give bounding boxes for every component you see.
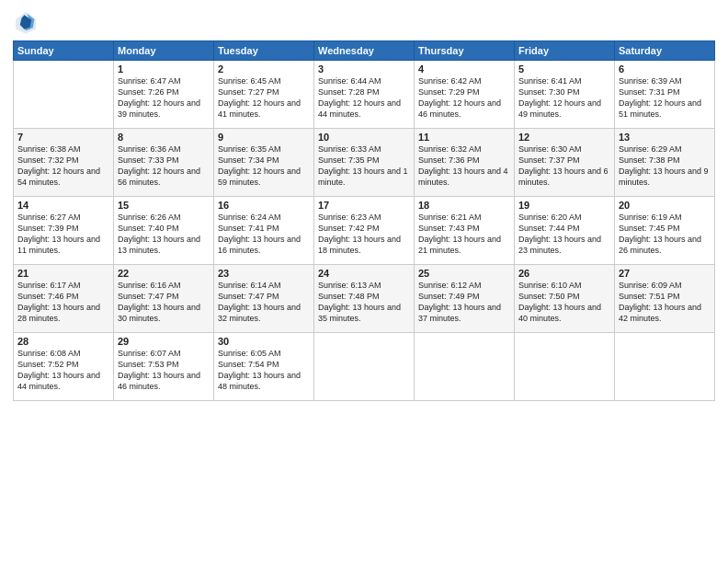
calendar-cell (314, 333, 415, 401)
cell-info: Sunrise: 6:20 AMSunset: 7:44 PMDaylight:… (518, 212, 610, 257)
calendar-cell: 1Sunrise: 6:47 AMSunset: 7:26 PMDaylight… (114, 61, 214, 129)
day-number: 23 (218, 268, 310, 279)
cell-info: Sunrise: 6:44 AMSunset: 7:28 PMDaylight:… (318, 75, 410, 121)
day-number: 14 (17, 200, 109, 211)
calendar-cell: 7Sunrise: 6:38 AMSunset: 7:32 PMDaylight… (14, 129, 114, 197)
cell-info: Sunrise: 6:17 AMSunset: 7:46 PMDaylight:… (17, 280, 109, 325)
cell-info: Sunrise: 6:32 AMSunset: 7:36 PMDaylight:… (418, 144, 510, 189)
calendar-cell: 28Sunrise: 6:08 AMSunset: 7:52 PMDayligh… (14, 333, 114, 401)
calendar-cell: 5Sunrise: 6:41 AMSunset: 7:30 PMDaylight… (515, 61, 615, 129)
day-number: 9 (218, 132, 310, 143)
cell-info: Sunrise: 6:42 AMSunset: 7:29 PMDaylight:… (418, 75, 510, 121)
cell-info: Sunrise: 6:35 AMSunset: 7:34 PMDaylight:… (218, 144, 310, 189)
cell-info: Sunrise: 6:05 AMSunset: 7:54 PMDaylight:… (218, 348, 310, 393)
cell-info: Sunrise: 6:30 AMSunset: 7:37 PMDaylight:… (518, 144, 610, 189)
logo (13, 9, 42, 35)
cell-info: Sunrise: 6:08 AMSunset: 7:52 PMDaylight:… (17, 348, 109, 393)
cell-info: Sunrise: 6:19 AMSunset: 7:45 PMDaylight:… (619, 212, 711, 257)
calendar-cell: 27Sunrise: 6:09 AMSunset: 7:51 PMDayligh… (615, 265, 715, 333)
cell-info: Sunrise: 6:21 AMSunset: 7:43 PMDaylight:… (418, 212, 510, 257)
cell-info: Sunrise: 6:14 AMSunset: 7:47 PMDaylight:… (218, 280, 310, 325)
column-header-friday: Friday (515, 41, 615, 61)
day-number: 7 (17, 132, 109, 143)
calendar-cell: 23Sunrise: 6:14 AMSunset: 7:47 PMDayligh… (214, 265, 314, 333)
calendar-header-row: SundayMondayTuesdayWednesdayThursdayFrid… (14, 41, 715, 61)
calendar-cell: 6Sunrise: 6:39 AMSunset: 7:31 PMDaylight… (615, 61, 715, 129)
cell-info: Sunrise: 6:26 AMSunset: 7:40 PMDaylight:… (118, 212, 210, 257)
calendar-cell: 14Sunrise: 6:27 AMSunset: 7:39 PMDayligh… (14, 197, 114, 265)
column-header-saturday: Saturday (615, 41, 715, 61)
cell-info: Sunrise: 6:12 AMSunset: 7:49 PMDaylight:… (418, 280, 510, 325)
calendar-cell (515, 333, 615, 401)
cell-info: Sunrise: 6:10 AMSunset: 7:50 PMDaylight:… (518, 280, 610, 325)
day-number: 5 (518, 63, 610, 75)
day-number: 11 (418, 132, 510, 143)
logo-icon (13, 9, 39, 35)
day-number: 24 (318, 268, 410, 279)
cell-info: Sunrise: 6:09 AMSunset: 7:51 PMDaylight:… (619, 280, 711, 325)
cell-info: Sunrise: 6:38 AMSunset: 7:32 PMDaylight:… (17, 144, 109, 189)
day-number: 6 (619, 63, 711, 75)
cell-info: Sunrise: 6:47 AMSunset: 7:26 PMDaylight:… (118, 75, 210, 121)
week-row-2: 7Sunrise: 6:38 AMSunset: 7:32 PMDaylight… (14, 129, 715, 197)
week-row-1: 1Sunrise: 6:47 AMSunset: 7:26 PMDaylight… (14, 61, 715, 129)
calendar-cell: 10Sunrise: 6:33 AMSunset: 7:35 PMDayligh… (314, 129, 415, 197)
day-number: 28 (17, 336, 109, 347)
calendar-cell: 29Sunrise: 6:07 AMSunset: 7:53 PMDayligh… (114, 333, 214, 401)
day-number: 12 (518, 132, 610, 143)
cell-info: Sunrise: 6:23 AMSunset: 7:42 PMDaylight:… (318, 212, 410, 257)
day-number: 20 (619, 200, 711, 211)
day-number: 27 (619, 268, 711, 279)
week-row-4: 21Sunrise: 6:17 AMSunset: 7:46 PMDayligh… (14, 265, 715, 333)
day-number: 4 (418, 63, 510, 75)
calendar-cell: 20Sunrise: 6:19 AMSunset: 7:45 PMDayligh… (615, 197, 715, 265)
calendar-table: SundayMondayTuesdayWednesdayThursdayFrid… (13, 40, 715, 401)
day-number: 22 (118, 268, 210, 279)
calendar-cell: 4Sunrise: 6:42 AMSunset: 7:29 PMDaylight… (415, 61, 515, 129)
calendar-cell (415, 333, 515, 401)
day-number: 15 (118, 200, 210, 211)
header (13, 9, 715, 35)
calendar-cell: 24Sunrise: 6:13 AMSunset: 7:48 PMDayligh… (314, 265, 415, 333)
day-number: 13 (619, 132, 711, 143)
calendar-cell: 21Sunrise: 6:17 AMSunset: 7:46 PMDayligh… (14, 265, 114, 333)
week-row-5: 28Sunrise: 6:08 AMSunset: 7:52 PMDayligh… (14, 333, 715, 401)
column-header-tuesday: Tuesday (214, 41, 314, 61)
calendar-cell: 8Sunrise: 6:36 AMSunset: 7:33 PMDaylight… (114, 129, 214, 197)
calendar-cell: 11Sunrise: 6:32 AMSunset: 7:36 PMDayligh… (415, 129, 515, 197)
calendar-cell: 17Sunrise: 6:23 AMSunset: 7:42 PMDayligh… (314, 197, 415, 265)
calendar-cell: 3Sunrise: 6:44 AMSunset: 7:28 PMDaylight… (314, 61, 415, 129)
calendar-cell: 13Sunrise: 6:29 AMSunset: 7:38 PMDayligh… (615, 129, 715, 197)
calendar-cell (615, 333, 715, 401)
day-number: 19 (518, 200, 610, 211)
calendar-cell: 2Sunrise: 6:45 AMSunset: 7:27 PMDaylight… (214, 61, 314, 129)
cell-info: Sunrise: 6:13 AMSunset: 7:48 PMDaylight:… (318, 280, 410, 325)
day-number: 2 (218, 63, 310, 75)
cell-info: Sunrise: 6:27 AMSunset: 7:39 PMDaylight:… (17, 212, 109, 257)
day-number: 10 (318, 132, 410, 143)
cell-info: Sunrise: 6:41 AMSunset: 7:30 PMDaylight:… (518, 75, 610, 121)
day-number: 16 (218, 200, 310, 211)
cell-info: Sunrise: 6:36 AMSunset: 7:33 PMDaylight:… (118, 144, 210, 189)
day-number: 30 (218, 336, 310, 347)
cell-info: Sunrise: 6:07 AMSunset: 7:53 PMDaylight:… (118, 348, 210, 393)
calendar-cell: 30Sunrise: 6:05 AMSunset: 7:54 PMDayligh… (214, 333, 314, 401)
cell-info: Sunrise: 6:16 AMSunset: 7:47 PMDaylight:… (118, 280, 210, 325)
calendar-cell (14, 61, 114, 129)
cell-info: Sunrise: 6:29 AMSunset: 7:38 PMDaylight:… (619, 144, 711, 189)
day-number: 26 (518, 268, 610, 279)
cell-info: Sunrise: 6:33 AMSunset: 7:35 PMDaylight:… (318, 144, 410, 189)
day-number: 3 (318, 63, 410, 75)
calendar-cell: 22Sunrise: 6:16 AMSunset: 7:47 PMDayligh… (114, 265, 214, 333)
day-number: 25 (418, 268, 510, 279)
calendar-cell: 18Sunrise: 6:21 AMSunset: 7:43 PMDayligh… (415, 197, 515, 265)
day-number: 17 (318, 200, 410, 211)
calendar-cell: 16Sunrise: 6:24 AMSunset: 7:41 PMDayligh… (214, 197, 314, 265)
cell-info: Sunrise: 6:45 AMSunset: 7:27 PMDaylight:… (218, 75, 310, 121)
column-header-sunday: Sunday (14, 41, 114, 61)
cell-info: Sunrise: 6:24 AMSunset: 7:41 PMDaylight:… (218, 212, 310, 257)
column-header-wednesday: Wednesday (314, 41, 415, 61)
calendar-cell: 9Sunrise: 6:35 AMSunset: 7:34 PMDaylight… (214, 129, 314, 197)
calendar-cell: 26Sunrise: 6:10 AMSunset: 7:50 PMDayligh… (515, 265, 615, 333)
cell-info: Sunrise: 6:39 AMSunset: 7:31 PMDaylight:… (619, 75, 711, 121)
